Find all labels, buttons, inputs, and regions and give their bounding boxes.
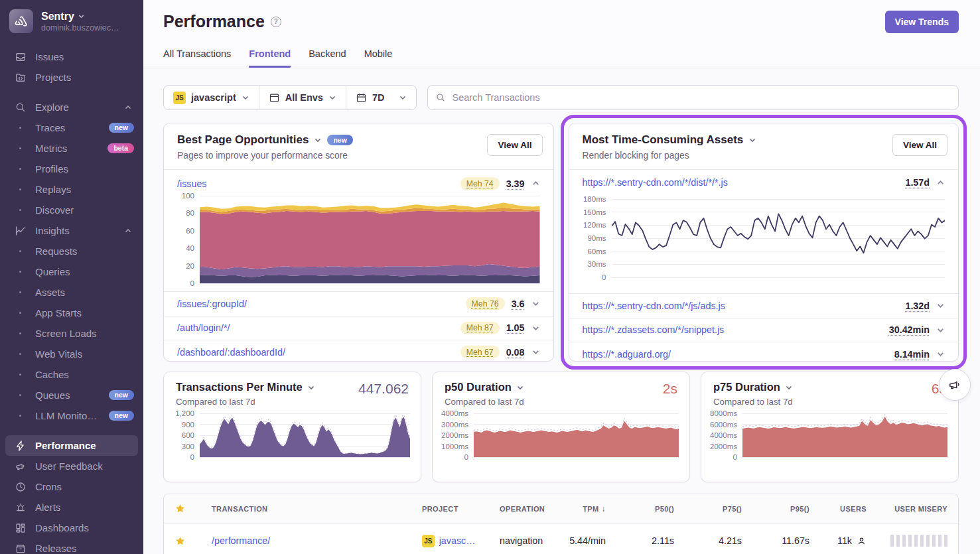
chevron-down-icon[interactable] bbox=[531, 324, 540, 332]
chevron-down-icon[interactable] bbox=[531, 348, 540, 356]
column-header-transaction[interactable]: TRANSACTION bbox=[201, 505, 411, 513]
nav-label: Web Vitals bbox=[35, 348, 134, 360]
project-filter[interactable]: JS javascript bbox=[164, 86, 259, 109]
card-subtitle: Compared to last 7d bbox=[176, 397, 409, 407]
sidebar-item-projects[interactable]: Projects bbox=[0, 67, 143, 88]
column-header-user-misery[interactable]: USER MISERY bbox=[877, 505, 958, 513]
transaction-link[interactable]: /issues/:groupId/ bbox=[177, 299, 459, 309]
tab-backend[interactable]: Backend bbox=[309, 48, 346, 68]
page-row: /issues/:groupId/Meh 763.6 bbox=[164, 291, 553, 316]
sidebar-item-alerts[interactable]: Alerts bbox=[0, 497, 143, 518]
column-header-p50[interactable]: P50() bbox=[616, 505, 685, 513]
filter-bar: JS javascript All Envs 7D bbox=[163, 85, 959, 110]
sidebar-item-caches[interactable]: Caches bbox=[0, 364, 143, 385]
column-header-operation[interactable]: OPERATION bbox=[489, 505, 575, 513]
asset-row: https://*.sentry-cdn.com/*/js/ads.js1.32… bbox=[569, 293, 959, 318]
view-all-button[interactable]: View All bbox=[892, 134, 947, 156]
tab-mobile[interactable]: Mobile bbox=[364, 48, 393, 68]
asset-link[interactable]: https://*.adguard.org/ bbox=[583, 349, 888, 360]
sidebar-item-user-feedback[interactable]: User Feedback bbox=[0, 456, 143, 476]
chevron-down-icon[interactable] bbox=[936, 301, 945, 310]
sidebar-item-replays[interactable]: Replays bbox=[0, 179, 143, 200]
asset-link[interactable]: https://*.zdassets.com/*/snippet.js bbox=[583, 324, 882, 335]
nav-label: Explore bbox=[35, 102, 113, 113]
asset-row: https://*.zdassets.com/*/snippet.js30.42… bbox=[569, 318, 959, 342]
insights-icon bbox=[14, 225, 27, 237]
user-icon[interactable] bbox=[857, 536, 867, 546]
column-header-users[interactable]: USERS bbox=[820, 505, 877, 513]
star-icon bbox=[175, 535, 186, 547]
help-icon[interactable]: ? bbox=[271, 17, 281, 27]
sidebar-item-discover[interactable]: Discover bbox=[0, 200, 143, 220]
sidebar-item-traces[interactable]: Tracesnew bbox=[0, 117, 143, 138]
sentry-logo-icon bbox=[9, 9, 33, 33]
tpm-cell: 5.44/min bbox=[575, 535, 616, 546]
chevron-down-icon bbox=[242, 94, 249, 102]
transaction-link[interactable]: /issues bbox=[177, 178, 454, 189]
issues-icon bbox=[14, 51, 27, 63]
org-name: Sentry bbox=[41, 11, 74, 23]
chevron-down-icon[interactable] bbox=[785, 383, 793, 391]
nav-label: Alerts bbox=[35, 502, 134, 513]
sidebar-item-web-vitals[interactable]: Web Vitals bbox=[0, 344, 143, 364]
search-transactions-input[interactable] bbox=[427, 85, 959, 110]
asset-link[interactable]: https://*.sentry-cdn.com/*/dist/*/*.js bbox=[583, 177, 899, 188]
sidebar-item-profiles[interactable]: Profiles bbox=[0, 159, 143, 179]
sidebar-item-llm-monito[interactable]: LLM Monito…new bbox=[0, 405, 143, 426]
new-badge: new bbox=[327, 135, 352, 145]
sidebar-item-app-starts[interactable]: App Starts bbox=[0, 303, 143, 323]
page-title: Performance bbox=[163, 12, 265, 31]
feedback-button[interactable] bbox=[939, 369, 971, 401]
sidebar-item-requests[interactable]: Requests bbox=[0, 241, 143, 261]
window-icon bbox=[269, 92, 280, 104]
page-header: Performance ? View Trends All Transactio… bbox=[143, 0, 980, 68]
column-header-p75[interactable]: P75() bbox=[685, 505, 752, 513]
asset-link[interactable]: https://*.sentry-cdn.com/*/js/ads.js bbox=[583, 301, 899, 311]
org-switcher[interactable]: Sentry dominik.buszowiec… bbox=[0, 0, 143, 40]
tab-all-transactions[interactable]: All Transactions bbox=[163, 48, 231, 68]
view-all-button[interactable]: View All bbox=[487, 134, 542, 156]
chevron-up-icon[interactable] bbox=[531, 179, 540, 188]
nav-label: Dashboards bbox=[35, 522, 134, 533]
chevron-up-icon[interactable] bbox=[936, 178, 945, 187]
sidebar-item-queues[interactable]: Queuesnew bbox=[0, 385, 143, 405]
sidebar-item-assets[interactable]: Assets bbox=[0, 282, 143, 303]
transaction-link[interactable]: /performance/ bbox=[212, 535, 270, 546]
date-range-filter[interactable]: 7D bbox=[346, 86, 417, 109]
most-time-consuming-assets-card: Most Time-Consuming Assets Render blocki… bbox=[569, 123, 959, 362]
bullet-icon bbox=[14, 291, 27, 293]
tab-frontend[interactable]: Frontend bbox=[249, 48, 291, 68]
chevron-down-icon[interactable] bbox=[936, 350, 945, 358]
chevron-down-icon[interactable] bbox=[314, 136, 322, 144]
sidebar-item-crons[interactable]: Crons bbox=[0, 476, 143, 497]
column-header-tpm[interactable]: TPM↓ bbox=[575, 504, 616, 514]
chevron-down-icon[interactable] bbox=[531, 299, 540, 308]
sidebar-item-releases[interactable]: Releases bbox=[0, 538, 143, 554]
table-header-row: TRANSACTIONPROJECTOPERATIONTPM↓P50()P75(… bbox=[164, 494, 958, 523]
sidebar-item-insights[interactable]: Insights bbox=[0, 220, 143, 241]
view-trends-button[interactable]: View Trends bbox=[885, 11, 959, 33]
sidebar-item-queries[interactable]: Queries bbox=[0, 261, 143, 282]
sidebar-item-explore[interactable]: Explore bbox=[0, 97, 143, 117]
star-column-header[interactable] bbox=[164, 503, 201, 514]
transaction-link[interactable]: /dashboard/:dashboardId/ bbox=[177, 347, 454, 358]
chevron-down-icon[interactable] bbox=[516, 383, 524, 391]
column-header-project[interactable]: PROJECT bbox=[411, 505, 489, 513]
column-header-p95[interactable]: P95() bbox=[752, 505, 820, 513]
best-page-opportunities-card: Best Page Opportunities new Pages to imp… bbox=[163, 123, 554, 362]
favorite-cell[interactable] bbox=[164, 535, 201, 547]
asset-time-value: 30.42min bbox=[889, 324, 930, 335]
project-link[interactable]: javascript bbox=[439, 535, 478, 546]
chevron-down-icon[interactable] bbox=[936, 326, 945, 334]
new-badge: new bbox=[109, 390, 134, 401]
environment-filter[interactable]: All Envs bbox=[259, 86, 346, 109]
transaction-link[interactable]: /auth/login/*/ bbox=[177, 322, 454, 333]
chevron-down-icon[interactable] bbox=[307, 383, 315, 391]
sidebar-item-metrics[interactable]: Metricsbeta bbox=[0, 138, 143, 159]
sidebar-item-dashboards[interactable]: Dashboards bbox=[0, 518, 143, 538]
star-icon bbox=[175, 503, 186, 514]
sidebar-item-issues[interactable]: Issues bbox=[0, 46, 143, 67]
sidebar-item-performance[interactable]: Performance bbox=[5, 435, 138, 456]
chevron-down-icon[interactable] bbox=[748, 136, 756, 144]
sidebar-item-screen-loads[interactable]: Screen Loads bbox=[0, 323, 143, 344]
